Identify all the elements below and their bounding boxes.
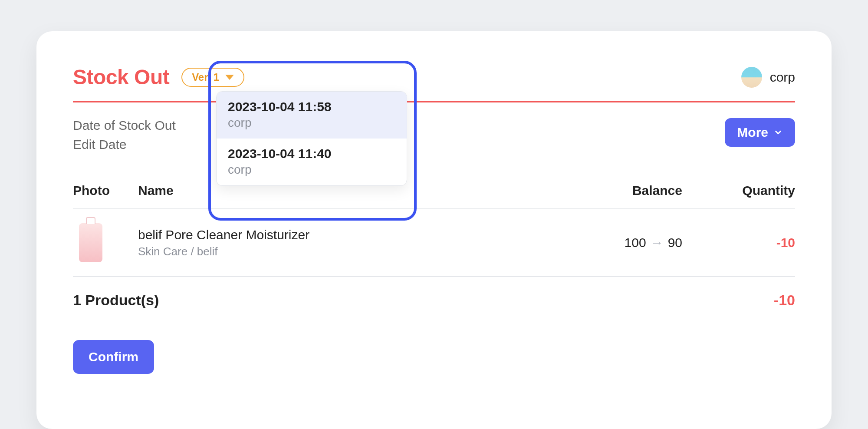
product-photo [79,223,102,262]
product-category: Skin Care / belif [138,245,569,258]
quantity-cell: -10 [682,235,795,250]
col-photo: Photo [73,183,138,198]
meta-labels: Date of Stock Out Edit Date [73,118,176,152]
version-option-time: 2023-10-04 11:40 [228,146,395,161]
version-option[interactable]: 2023-10-04 11:58 corp [217,92,407,139]
caret-down-icon [225,75,234,80]
confirm-button[interactable]: Confirm [73,340,154,374]
header-row: Stock Out Ver. 1 corp [73,65,795,89]
meta-block: Date of Stock Out Edit Date More [73,118,795,152]
version-dropdown: 2023-10-04 11:58 corp 2023-10-04 11:40 c… [216,91,407,186]
product-photo-cell [73,223,138,262]
version-option[interactable]: 2023-10-04 11:40 corp [217,139,407,185]
more-button[interactable]: More [725,118,795,147]
chevron-down-icon [773,128,783,137]
edit-date-label: Edit Date [73,137,176,152]
user-block: corp [741,67,795,88]
more-button-label: More [737,125,768,140]
arrow-right-icon: → [651,235,664,250]
product-name: belif Pore Cleaner Moisturizer [138,228,569,242]
totals-label: 1 Product(s) [73,292,569,309]
version-label: Ver. 1 [192,71,219,83]
version-option-user: corp [228,116,395,130]
balance-cell: 100 → 90 [569,235,682,250]
version-selector[interactable]: Ver. 1 [181,68,244,87]
version-option-user: corp [228,163,395,177]
version-option-time: 2023-10-04 11:58 [228,99,395,114]
avatar [741,67,762,88]
product-name-cell: belif Pore Cleaner Moisturizer Skin Care… [138,228,569,258]
totals-row: 1 Product(s) -10 [73,277,795,309]
balance-to: 90 [668,235,682,250]
col-balance: Balance [569,183,682,198]
balance-from: 100 [625,235,646,250]
totals-quantity: -10 [682,292,795,309]
divider [73,101,795,102]
table-row: belif Pore Cleaner Moisturizer Skin Care… [73,209,795,277]
col-quantity: Quantity [682,183,795,198]
table-header: Photo Name Balance Quantity [73,183,795,209]
username: corp [770,70,795,85]
date-of-stock-out-label: Date of Stock Out [73,118,176,133]
stock-out-card: Stock Out Ver. 1 corp Date of Stock Out … [36,31,832,429]
page-title: Stock Out [73,65,169,89]
